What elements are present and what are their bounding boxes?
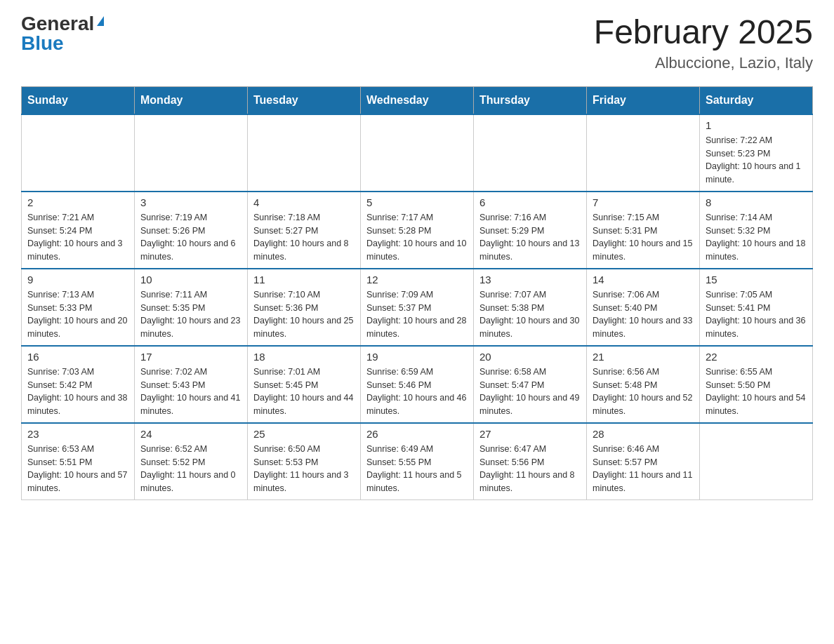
day-number: 26 (366, 428, 468, 440)
day-cell: 14Sunrise: 7:06 AMSunset: 5:40 PMDayligh… (587, 269, 700, 346)
day-info: Sunrise: 6:56 AMSunset: 5:48 PMDaylight:… (593, 365, 694, 418)
day-cell: 4Sunrise: 7:18 AMSunset: 5:27 PMDaylight… (248, 192, 361, 269)
day-cell: 5Sunrise: 7:17 AMSunset: 5:28 PMDaylight… (361, 192, 474, 269)
week-row-1: 2Sunrise: 7:21 AMSunset: 5:24 PMDaylight… (22, 192, 813, 269)
day-cell: 8Sunrise: 7:14 AMSunset: 5:32 PMDaylight… (700, 192, 813, 269)
day-info: Sunrise: 7:02 AMSunset: 5:43 PMDaylight:… (140, 365, 241, 418)
week-row-3: 16Sunrise: 7:03 AMSunset: 5:42 PMDayligh… (22, 346, 813, 423)
day-number: 24 (140, 428, 241, 440)
day-info: Sunrise: 6:53 AMSunset: 5:51 PMDaylight:… (27, 443, 128, 495)
day-cell: 26Sunrise: 6:49 AMSunset: 5:55 PMDayligh… (361, 423, 474, 500)
day-number: 20 (479, 351, 581, 363)
day-cell: 20Sunrise: 6:58 AMSunset: 5:47 PMDayligh… (474, 346, 587, 423)
header-wednesday: Wednesday (361, 86, 474, 114)
day-number: 16 (27, 351, 128, 363)
page-header: General Blue February 2025 Albuccione, L… (21, 14, 813, 72)
day-number: 27 (479, 428, 581, 440)
day-number: 5 (366, 196, 468, 208)
day-number: 15 (706, 274, 807, 286)
day-cell: 17Sunrise: 7:02 AMSunset: 5:43 PMDayligh… (135, 346, 248, 423)
month-title: February 2025 (594, 14, 813, 51)
day-number: 8 (706, 196, 807, 208)
day-cell: 15Sunrise: 7:05 AMSunset: 5:41 PMDayligh… (700, 269, 813, 346)
day-cell (474, 114, 587, 192)
day-number: 11 (253, 274, 355, 286)
day-info: Sunrise: 6:55 AMSunset: 5:50 PMDaylight:… (706, 365, 807, 418)
day-number: 7 (593, 196, 694, 208)
day-cell: 28Sunrise: 6:46 AMSunset: 5:57 PMDayligh… (587, 423, 700, 500)
day-number: 28 (593, 428, 694, 440)
header-row: SundayMondayTuesdayWednesdayThursdayFrid… (22, 86, 813, 114)
day-info: Sunrise: 7:03 AMSunset: 5:42 PMDaylight:… (27, 365, 128, 418)
day-info: Sunrise: 7:11 AMSunset: 5:35 PMDaylight:… (140, 288, 241, 341)
day-number: 14 (593, 274, 694, 286)
day-number: 1 (706, 119, 807, 131)
day-cell: 24Sunrise: 6:52 AMSunset: 5:52 PMDayligh… (135, 423, 248, 500)
header-monday: Monday (135, 86, 248, 114)
day-cell: 18Sunrise: 7:01 AMSunset: 5:45 PMDayligh… (248, 346, 361, 423)
day-cell: 2Sunrise: 7:21 AMSunset: 5:24 PMDaylight… (22, 192, 135, 269)
day-number: 25 (253, 428, 355, 440)
header-tuesday: Tuesday (248, 86, 361, 114)
title-block: February 2025 Albuccione, Lazio, Italy (594, 14, 813, 72)
day-cell: 21Sunrise: 6:56 AMSunset: 5:48 PMDayligh… (587, 346, 700, 423)
day-number: 9 (27, 274, 128, 286)
logo: General Blue (21, 14, 104, 53)
day-info: Sunrise: 7:19 AMSunset: 5:26 PMDaylight:… (140, 211, 241, 264)
day-info: Sunrise: 6:49 AMSunset: 5:55 PMDaylight:… (366, 443, 468, 495)
day-info: Sunrise: 7:10 AMSunset: 5:36 PMDaylight:… (253, 288, 355, 341)
logo-triangle-icon (97, 16, 104, 26)
day-info: Sunrise: 7:16 AMSunset: 5:29 PMDaylight:… (479, 211, 581, 264)
day-number: 12 (366, 274, 468, 286)
week-row-2: 9Sunrise: 7:13 AMSunset: 5:33 PMDaylight… (22, 269, 813, 346)
header-thursday: Thursday (474, 86, 587, 114)
day-number: 17 (140, 351, 241, 363)
day-cell: 22Sunrise: 6:55 AMSunset: 5:50 PMDayligh… (700, 346, 813, 423)
day-cell (135, 114, 248, 192)
day-number: 3 (140, 196, 241, 208)
day-cell: 23Sunrise: 6:53 AMSunset: 5:51 PMDayligh… (22, 423, 135, 500)
day-info: Sunrise: 6:52 AMSunset: 5:52 PMDaylight:… (140, 443, 241, 495)
logo-general: General (21, 14, 94, 34)
day-cell: 27Sunrise: 6:47 AMSunset: 5:56 PMDayligh… (474, 423, 587, 500)
day-info: Sunrise: 7:01 AMSunset: 5:45 PMDaylight:… (253, 365, 355, 418)
day-info: Sunrise: 7:15 AMSunset: 5:31 PMDaylight:… (593, 211, 694, 264)
day-number: 18 (253, 351, 355, 363)
day-info: Sunrise: 7:21 AMSunset: 5:24 PMDaylight:… (27, 211, 128, 264)
day-info: Sunrise: 7:18 AMSunset: 5:27 PMDaylight:… (253, 211, 355, 264)
day-info: Sunrise: 7:14 AMSunset: 5:32 PMDaylight:… (706, 211, 807, 264)
day-number: 10 (140, 274, 241, 286)
day-info: Sunrise: 6:50 AMSunset: 5:53 PMDaylight:… (253, 443, 355, 495)
day-cell: 3Sunrise: 7:19 AMSunset: 5:26 PMDaylight… (135, 192, 248, 269)
day-number: 23 (27, 428, 128, 440)
header-sunday: Sunday (22, 86, 135, 114)
day-cell (587, 114, 700, 192)
day-cell: 16Sunrise: 7:03 AMSunset: 5:42 PMDayligh… (22, 346, 135, 423)
day-number: 13 (479, 274, 581, 286)
day-cell (248, 114, 361, 192)
day-number: 6 (479, 196, 581, 208)
day-cell (22, 114, 135, 192)
day-cell: 19Sunrise: 6:59 AMSunset: 5:46 PMDayligh… (361, 346, 474, 423)
day-cell: 11Sunrise: 7:10 AMSunset: 5:36 PMDayligh… (248, 269, 361, 346)
day-number: 2 (27, 196, 128, 208)
header-saturday: Saturday (700, 86, 813, 114)
day-cell: 6Sunrise: 7:16 AMSunset: 5:29 PMDaylight… (474, 192, 587, 269)
calendar-header: SundayMondayTuesdayWednesdayThursdayFrid… (22, 86, 813, 114)
day-cell: 7Sunrise: 7:15 AMSunset: 5:31 PMDaylight… (587, 192, 700, 269)
day-number: 21 (593, 351, 694, 363)
day-info: Sunrise: 6:46 AMSunset: 5:57 PMDaylight:… (593, 443, 694, 495)
day-info: Sunrise: 7:09 AMSunset: 5:37 PMDaylight:… (366, 288, 468, 341)
day-number: 19 (366, 351, 468, 363)
day-number: 4 (253, 196, 355, 208)
calendar-body: 1Sunrise: 7:22 AMSunset: 5:23 PMDaylight… (22, 114, 813, 500)
day-info: Sunrise: 7:17 AMSunset: 5:28 PMDaylight:… (366, 211, 468, 264)
day-info: Sunrise: 6:59 AMSunset: 5:46 PMDaylight:… (366, 365, 468, 418)
day-cell: 25Sunrise: 6:50 AMSunset: 5:53 PMDayligh… (248, 423, 361, 500)
logo-blue: Blue (21, 34, 64, 53)
day-cell: 9Sunrise: 7:13 AMSunset: 5:33 PMDaylight… (22, 269, 135, 346)
day-cell: 13Sunrise: 7:07 AMSunset: 5:38 PMDayligh… (474, 269, 587, 346)
day-info: Sunrise: 7:22 AMSunset: 5:23 PMDaylight:… (706, 134, 807, 187)
day-cell (361, 114, 474, 192)
header-friday: Friday (587, 86, 700, 114)
